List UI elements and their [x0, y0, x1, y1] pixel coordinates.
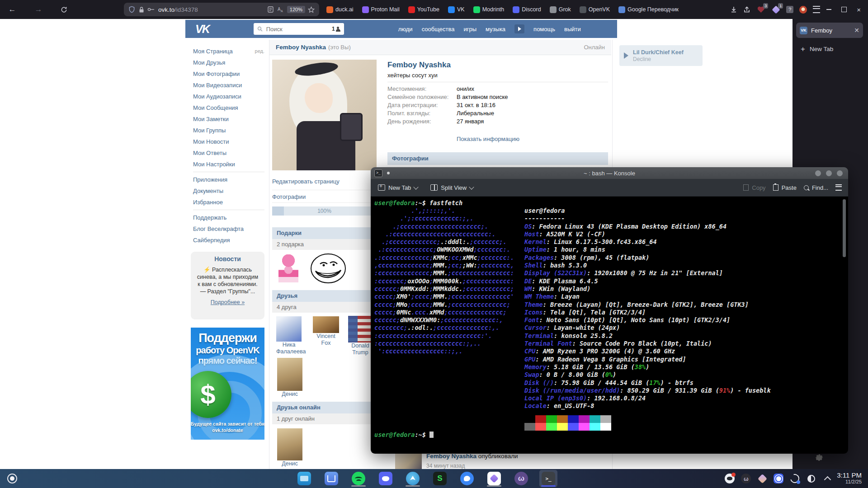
- sidebar-link[interactable]: Мои Сообщения: [193, 102, 264, 113]
- friend-card[interactable]: НикаФалалеева: [276, 316, 302, 355]
- sidebar-link[interactable]: Мои Настройки: [193, 159, 264, 170]
- sidebar-link[interactable]: Мои Фотографии: [193, 68, 264, 80]
- tab-femboy[interactable]: VK Femboy ✕: [796, 23, 863, 38]
- vk-nav-link[interactable]: помощь: [533, 26, 555, 33]
- menu-hamburger-icon[interactable]: [813, 6, 820, 13]
- extension-question[interactable]: ?: [786, 6, 793, 13]
- close-button[interactable]: [837, 170, 843, 176]
- new-tab-button[interactable]: + New Tab: [796, 42, 863, 55]
- sidebar-link[interactable]: Мои Ответы: [193, 147, 264, 159]
- url-bar[interactable]: ovk.to/id34378 AA 120%: [124, 3, 319, 16]
- friend-card[interactable]: VincentFox: [313, 316, 339, 347]
- sidebar-link[interactable]: Поддержать: [193, 212, 264, 223]
- account-avatar-icon[interactable]: [799, 6, 807, 14]
- minimize-button[interactable]: [826, 9, 831, 10]
- maximize-button[interactable]: [826, 170, 832, 176]
- vk-logo[interactable]: VK: [195, 23, 209, 36]
- bookmark-item[interactable]: Google Переводчик: [618, 6, 679, 13]
- taskbar-app-mustache[interactable]: [512, 470, 530, 487]
- tray-mustache-tray[interactable]: ω: [741, 474, 751, 483]
- sidebar-link[interactable]: Моя Страница: [193, 46, 255, 57]
- downloads-icon[interactable]: [730, 6, 737, 13]
- sidebar-link[interactable]: Документы: [193, 185, 264, 197]
- minimize-button[interactable]: [815, 170, 821, 176]
- taskbar-app-signal[interactable]: [458, 470, 476, 487]
- sidebar-link[interactable]: Мои Аудиозаписи: [193, 91, 264, 102]
- sidebar-link[interactable]: Приложения: [193, 174, 264, 185]
- gift-chibi-image[interactable]: [278, 254, 298, 282]
- edit-hint[interactable]: ред.: [255, 46, 264, 57]
- taskbar-app-diamondapp[interactable]: [485, 470, 503, 487]
- gift-trollface-image[interactable]: [310, 253, 346, 284]
- audio-attachment[interactable]: Lil Durk/Chief Keef Decline: [619, 45, 703, 66]
- taskbar-app-librewolf[interactable]: [404, 470, 422, 487]
- tab-close-icon[interactable]: ✕: [854, 27, 859, 34]
- app-launcher-button[interactable]: [7, 474, 17, 483]
- chevron-down-icon[interactable]: [469, 184, 474, 189]
- translate-icon[interactable]: AA: [277, 6, 284, 13]
- friend-name[interactable]: Trump: [348, 349, 373, 356]
- friend-name[interactable]: Fox: [313, 340, 339, 347]
- taskbar-app-dolphin[interactable]: [295, 470, 313, 487]
- reload-button[interactable]: [58, 4, 70, 15]
- profile-status[interactable]: хейтеры сосут хуи: [387, 72, 438, 79]
- bookmark-item[interactable]: Grok: [550, 6, 571, 13]
- new-tab-button[interactable]: New Tab: [378, 184, 418, 191]
- friend-avatar[interactable]: [276, 316, 302, 342]
- bookmark-item[interactable]: Modrinth: [473, 6, 505, 13]
- vk-nav-link[interactable]: выйти: [564, 26, 581, 33]
- tray-brightness-tray[interactable]: [806, 474, 816, 483]
- sidebar-link[interactable]: Мои Заметки: [193, 113, 264, 125]
- back-button[interactable]: ←: [6, 4, 18, 15]
- copy-button[interactable]: Copy: [743, 184, 765, 191]
- audio-subtitle[interactable]: Decline: [633, 56, 684, 62]
- sidebar-link[interactable]: Блог Веселкрафта: [193, 223, 264, 235]
- tray-kde-accent-tray[interactable]: [774, 474, 783, 483]
- friend-name[interactable]: Ника: [276, 342, 302, 348]
- search-input[interactable]: [265, 25, 329, 33]
- vk-nav-link[interactable]: игры: [463, 26, 476, 33]
- url-text[interactable]: ovk.to/id34378: [158, 6, 268, 13]
- clock-widget[interactable]: 3:11 PM 11/2/25: [837, 472, 862, 485]
- sidebar-link[interactable]: Избранное: [193, 197, 264, 208]
- terminal-scrollbar[interactable]: [843, 199, 846, 257]
- maximize-button[interactable]: [841, 7, 847, 12]
- tray-discord-tray[interactable]: [725, 474, 735, 483]
- close-button[interactable]: ×: [857, 6, 861, 13]
- friend-name[interactable]: Фалалеева: [276, 348, 302, 355]
- online-friend-card[interactable]: Денис: [277, 428, 302, 467]
- vk-nav-link[interactable]: музыка: [486, 26, 505, 33]
- vk-nav-link[interactable]: сообщества: [422, 26, 455, 33]
- bookmark-item[interactable]: Proton Mail: [362, 6, 400, 13]
- friend-avatar[interactable]: [348, 316, 373, 343]
- bookmark-item[interactable]: YouTube: [408, 6, 439, 13]
- friend-name[interactable]: Денис: [277, 391, 302, 398]
- chevron-down-icon[interactable]: [414, 184, 419, 189]
- taskbar-app-konsole[interactable]: [539, 470, 557, 487]
- taskbar-app-discover[interactable]: [322, 470, 340, 487]
- tracking-shield-icon[interactable]: [128, 6, 135, 13]
- friend-name[interactable]: Donald: [348, 343, 373, 349]
- sidebar-link[interactable]: Мои Новости: [193, 136, 264, 147]
- split-view-button[interactable]: Split View: [430, 184, 473, 191]
- friend-avatar[interactable]: [313, 316, 339, 333]
- friend-card[interactable]: Денис: [277, 358, 302, 398]
- taskbar-app-discord[interactable]: [377, 470, 395, 487]
- share-icon[interactable]: [743, 6, 750, 13]
- post-timestamp[interactable]: 34 минут назад: [426, 463, 465, 469]
- bookmark-item[interactable]: VK: [448, 6, 465, 13]
- sidebar-link[interactable]: Сайберпедия: [193, 235, 264, 246]
- nav-expand-button[interactable]: [514, 24, 524, 33]
- extension-heart[interactable]: 3: [756, 5, 765, 14]
- bookmark-item[interactable]: duck.ai: [326, 6, 354, 13]
- lock-icon[interactable]: [139, 6, 144, 13]
- taskbar-app-spotube[interactable]: [431, 470, 449, 487]
- friend-avatar[interactable]: [277, 428, 302, 460]
- donate-ad-banner[interactable]: Поддержи работу OpenVK прямо сейчас! $ Б…: [191, 328, 264, 440]
- tray-diamond-tray[interactable]: [757, 474, 767, 483]
- post-author-link[interactable]: Femboy Nyashka: [426, 453, 476, 460]
- extension-diamond[interactable]: 1: [771, 5, 780, 14]
- sidebar-link[interactable]: Мои Группы: [193, 125, 264, 136]
- sidebar-link[interactable]: Мои Видеозаписи: [193, 80, 264, 91]
- terminal-screen[interactable]: user@fedora:~$ fastfetch .',;::::;,'. .'…: [371, 197, 848, 454]
